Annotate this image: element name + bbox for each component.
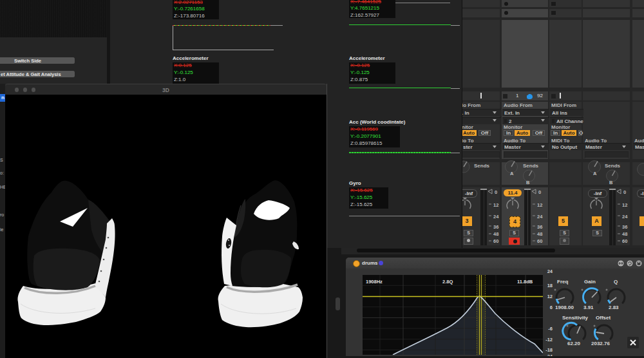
svg-text:Sends: Sends <box>605 163 621 169</box>
svg-text:3.91: 3.91 <box>583 305 594 310</box>
svg-text:Sends: Sends <box>474 163 490 169</box>
svg-text:36: 36 <box>537 224 542 230</box>
svg-text:Offset: Offset <box>596 315 611 321</box>
svg-text:12: 12 <box>537 202 542 208</box>
svg-text:24: 24 <box>493 214 499 220</box>
svg-text:Sends: Sends <box>523 163 539 169</box>
svg-text:1908.00: 1908.00 <box>555 305 574 310</box>
svg-text:0: 0 <box>495 189 497 195</box>
svg-text:1908Hz: 1908Hz <box>366 279 383 285</box>
svg-text:60: 60 <box>493 238 498 244</box>
svg-text:12: 12 <box>493 202 498 208</box>
svg-text:24: 24 <box>622 214 628 220</box>
svg-text:60: 60 <box>622 238 627 244</box>
svg-text:A: A <box>510 171 514 176</box>
svg-text:B: B <box>526 180 530 185</box>
svg-text:0: 0 <box>538 189 541 195</box>
svg-text:62.20: 62.20 <box>567 341 581 346</box>
svg-text:12: 12 <box>622 202 627 208</box>
svg-text:A: A <box>593 171 597 176</box>
svg-text:48: 48 <box>622 231 627 237</box>
svg-text:36: 36 <box>493 224 498 230</box>
svg-text:2.8Q: 2.8Q <box>442 279 453 285</box>
svg-text:48: 48 <box>493 231 498 237</box>
svg-text:2.83: 2.83 <box>609 305 619 310</box>
svg-text:Freq: Freq <box>557 279 568 285</box>
svg-text:11.8dB: 11.8dB <box>517 279 533 285</box>
svg-text:36: 36 <box>622 224 627 230</box>
svg-text:Gain: Gain <box>584 279 596 285</box>
svg-text:24: 24 <box>537 214 543 220</box>
svg-text:0: 0 <box>623 189 626 195</box>
svg-text:60: 60 <box>537 238 542 244</box>
svg-text:Sensitivity: Sensitivity <box>562 315 589 321</box>
svg-text:B: B <box>609 180 613 185</box>
svg-text:48: 48 <box>537 231 542 237</box>
svg-text:2032.76: 2032.76 <box>591 341 610 346</box>
svg-text:Q: Q <box>614 279 618 285</box>
